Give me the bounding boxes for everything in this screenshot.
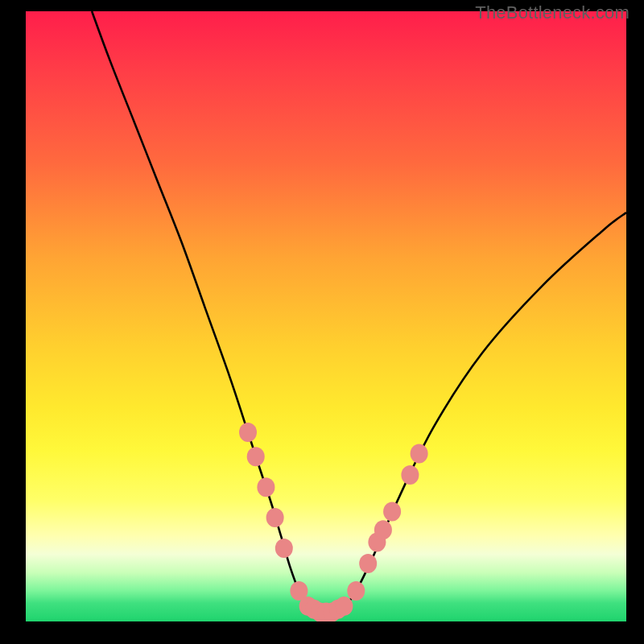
curve-marker — [383, 502, 401, 522]
curve-marker — [266, 508, 284, 527]
curve-markers — [239, 423, 428, 621]
watermark-label: TheBottleneck.com — [475, 2, 630, 23]
chart-container: TheBottleneck.com — [0, 0, 644, 644]
curve-marker — [275, 539, 293, 558]
curve-marker — [401, 465, 419, 485]
curve-marker — [359, 554, 377, 573]
curve-marker — [247, 447, 265, 466]
curve-marker — [335, 597, 353, 616]
chart-svg — [26, 11, 626, 621]
curve-marker — [347, 581, 365, 601]
curve-marker — [374, 520, 392, 539]
curve-marker — [239, 423, 257, 442]
curve-marker — [411, 444, 428, 464]
plot-area — [26, 11, 626, 621]
curve-marker — [257, 477, 275, 497]
bottleneck-curve — [92, 11, 626, 613]
